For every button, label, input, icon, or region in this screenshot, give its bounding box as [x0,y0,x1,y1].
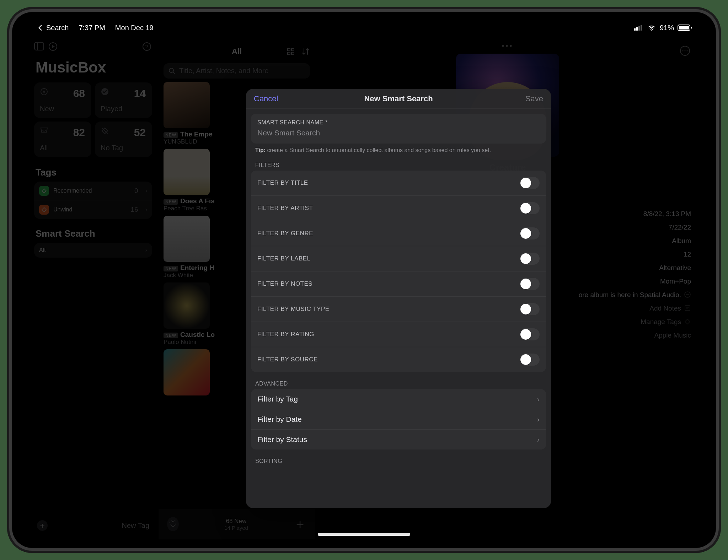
tip-text: Tip: create a Smart Search to automatica… [251,144,546,154]
add-album-button[interactable]: ＋ [294,517,306,531]
tag-slash-icon [101,127,109,133]
svg-rect-13 [291,48,294,51]
filters-card: FILTER BY TITLEFILTER BY ARTISTFILTER BY… [251,171,546,372]
filter-row: FILTER BY MUSIC TYPE [251,297,546,322]
filter-row: FILTER BY RATING [251,322,546,347]
bottom-toolbar: ♡ 68 New 14 Played ＋ [159,509,315,539]
stat-label: Played [101,105,122,113]
favorite-button[interactable]: ♡ [167,517,179,531]
smart-search-item-alt[interactable]: Alt › [34,243,152,258]
status-bar: Search 7:37 PM Mon Dec 19 91% [28,21,700,35]
new-badge: NEW [164,199,178,205]
stat-label: New [40,105,54,113]
now-playing-icon[interactable] [48,42,58,52]
smart-search-list: Alt › [34,243,152,258]
tags-header: Tags [36,167,151,178]
grid-view-icon[interactable] [287,47,295,56]
filter-row: FILTER BY SOURCE [251,347,546,372]
summary-new: 68 New [226,518,247,524]
svg-point-19 [682,50,684,52]
svg-rect-2 [638,26,640,31]
filter-toggle[interactable] [520,202,540,214]
tag-color-icon [39,186,49,196]
stat-card-notag[interactable]: 52 No Tag [95,122,152,157]
album-title: Entering H [180,264,214,271]
stat-card-new[interactable]: 68 New [34,82,91,118]
stat-count: 14 [134,87,146,99]
sort-icon[interactable] [301,47,310,56]
filter-toggle[interactable] [520,253,540,265]
home-indicator[interactable] [318,533,410,536]
tag-label: Recommended [53,188,92,194]
filter-row: FILTER BY LABEL [251,246,546,271]
tag-color-icon [39,205,49,215]
drag-handle-icon[interactable]: ••• [323,42,692,50]
filter-row: FILTER BY NOTES [251,271,546,297]
new-badge: NEW [164,266,178,271]
tag-row-unwind[interactable]: Unwind 16 › [34,200,152,219]
chevron-right-icon: › [537,395,540,403]
back-app-label[interactable]: Search [46,24,69,32]
sidebar-toggle-icon[interactable] [34,42,44,52]
filter-toggle[interactable] [520,278,540,290]
advanced-label: Filter by Tag [257,395,298,403]
filter-label: FILTER BY MUSIC TYPE [257,306,330,313]
svg-rect-3 [641,25,642,31]
filter-label: FILTER BY TITLE [257,179,308,187]
tab-all[interactable]: All [232,47,242,56]
new-tag-button[interactable]: New Tag [122,522,149,530]
stat-label: No Tag [101,144,123,152]
sorting-header: SORTING [251,454,546,467]
svg-point-16 [169,68,173,72]
name-field-label: SMART SEARCH NAME * [257,119,540,126]
filter-label: FILTER BY NOTES [257,280,312,287]
new-badge: NEW [164,333,178,338]
sidebar: ? MusicBox 68 New 14 Played 82 A [28,21,159,539]
filter-toggle[interactable] [520,227,540,239]
tag-label: Unwind [53,206,72,213]
svg-rect-15 [291,52,294,55]
advanced-row[interactable]: Filter by Tag› [251,389,546,409]
name-field-placeholder: New Smart Search [257,129,540,137]
filter-toggle[interactable] [520,354,540,366]
stat-card-played[interactable]: 14 Played [95,82,152,118]
filter-row: FILTER BY GENRE [251,221,546,246]
chevron-right-icon: › [537,415,540,424]
stat-label: All [40,144,48,152]
stat-count: 68 [73,87,85,99]
app-title: MusicBox [36,59,151,76]
smart-search-name-field[interactable]: SMART SEARCH NAME * New Smart Search [251,114,546,144]
svg-rect-0 [634,28,636,31]
cellular-icon [634,25,643,31]
tag-count: 0 [134,187,138,195]
add-button[interactable]: ＋ [37,520,48,531]
back-to-app-icon[interactable] [38,25,43,31]
filter-toggle[interactable] [520,303,540,315]
tag-count: 16 [131,206,138,214]
battery-pct: 91% [660,24,674,32]
stat-card-all[interactable]: 82 All [34,122,91,157]
wifi-icon [647,25,656,31]
album-title: Does A Fis [180,197,215,205]
filter-row: FILTER BY ARTIST [251,196,546,221]
chevron-right-icon: › [537,435,540,444]
advanced-row[interactable]: Filter by Status› [251,430,546,449]
summary-played: 14 Played [179,525,294,531]
search-input[interactable]: Title, Artist, Notes, and More [164,63,310,79]
svg-rect-4 [34,42,44,50]
more-menu-icon[interactable] [680,45,690,56]
album-title: The Empe [180,130,213,138]
search-icon [168,68,176,75]
filter-toggle[interactable] [520,177,540,189]
svg-text:?: ? [145,43,148,49]
filter-toggle[interactable] [520,328,540,340]
tag-row-recommended[interactable]: Recommended 0 › [34,182,152,200]
save-button[interactable]: Save [525,94,543,103]
advanced-row[interactable]: Filter by Date› [251,409,546,430]
cancel-button[interactable]: Cancel [254,94,278,103]
help-icon[interactable]: ? [142,42,152,52]
disc-new-icon [40,88,48,94]
battery-icon [678,25,690,31]
search-placeholder: Title, Artist, Notes, and More [179,67,269,75]
filter-label: FILTER BY SOURCE [257,356,318,363]
